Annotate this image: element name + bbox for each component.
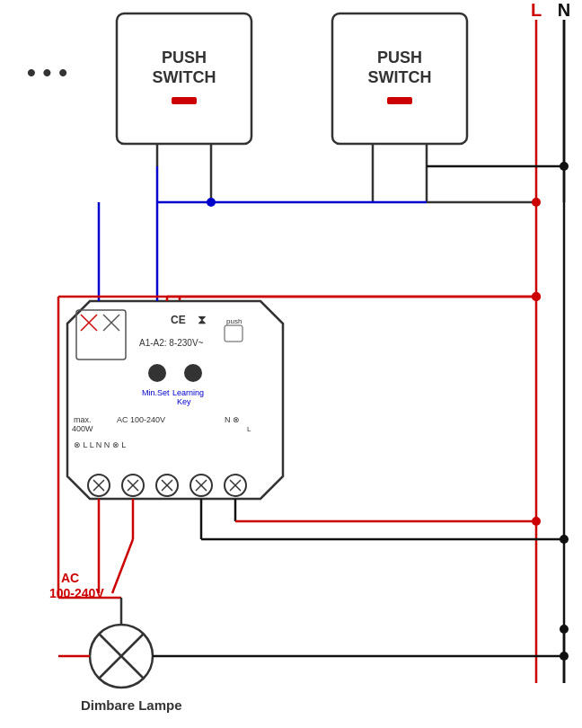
dimbare-lampe-label: Dimbare Lampe [81,697,182,713]
terminal-icons: ⊗ L L N N ⊗ L [74,440,126,449]
svg-point-10 [207,198,216,207]
ac-label-device: AC 100-240V [117,415,165,424]
max-power-label: max. [74,415,92,424]
svg-point-63 [560,625,569,634]
push-switch-2-label2: SWITCH [368,68,432,86]
min-set-label: Min.Set [142,388,170,397]
svg-point-65 [560,652,569,661]
max-power-value: 400W [72,424,93,433]
push-label-small: push [226,317,242,325]
ce-mark: CE [171,314,186,326]
ac-voltage-label: AC [61,571,79,585]
push-switch-2-indicator [387,97,412,104]
decorative-dots: • • • [27,58,67,86]
N-lamp-label: N ⊗ [225,415,240,424]
a1-a2-label: A1-A2: 8-230V~ [139,338,204,348]
push-switch-1-label: PUSH [162,49,207,67]
device-button-2[interactable] [184,364,202,382]
push-switch-2-label: PUSH [377,49,422,67]
dimmer-device [67,301,283,499]
learning-key-label: Learning [172,388,204,397]
svg-point-15 [560,162,569,171]
timer-symbol: ⧗ [198,312,207,326]
ac-voltage-value: 100-240V [49,586,104,600]
svg-point-56 [532,292,541,301]
N-label: N [558,0,570,20]
svg-point-50 [560,535,569,544]
push-switch-1-label2: SWITCH [153,68,216,86]
svg-point-12 [532,198,541,207]
svg-point-53 [532,517,541,526]
L-label: L [531,0,542,20]
L-small: L [247,425,251,433]
push-switch-1-indicator [172,97,197,104]
learning-key-label2: Key [177,397,191,406]
device-button-1[interactable] [148,364,166,382]
